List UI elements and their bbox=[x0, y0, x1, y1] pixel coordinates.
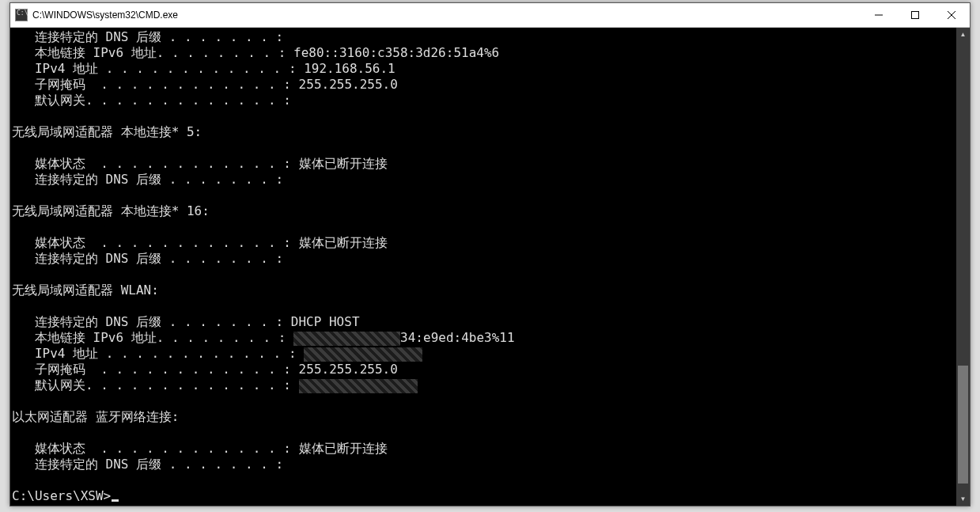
terminal-output[interactable]: 连接特定的 DNS 后缀 . . . . . . . : 本地链接 IPv6 地… bbox=[10, 28, 956, 506]
output-line: 连接特定的 DNS 后缀 . . . . . . . : bbox=[12, 457, 283, 472]
scroll-thumb[interactable] bbox=[958, 366, 968, 483]
output-text: 默认网关. . . . . . . . . . . . . : bbox=[12, 377, 299, 393]
output-line: 子网掩码 . . . . . . . . . . . . : 255.255.2… bbox=[12, 362, 398, 377]
prompt: C:\Users\XSW> bbox=[12, 488, 111, 503]
scroll-down-button[interactable]: ▼ bbox=[956, 492, 970, 506]
redacted-block bbox=[299, 379, 418, 393]
output-line: 无线局域网适配器 本地连接* 16: bbox=[12, 203, 210, 218]
redacted-block bbox=[304, 347, 422, 362]
output-line: 媒体状态 . . . . . . . . . . . . : 媒体已断开连接 bbox=[12, 441, 388, 456]
output-line: 连接特定的 DNS 后缀 . . . . . . . : bbox=[12, 251, 283, 266]
output-line: IPv4 地址 . . . . . . . . . . . . : 192.16… bbox=[12, 61, 395, 76]
output-line: 媒体状态 . . . . . . . . . . . . : 媒体已断开连接 bbox=[12, 235, 388, 250]
output-text: 本地链接 IPv6 地址. . . . . . . . : bbox=[12, 330, 293, 345]
output-line: 默认网关. . . . . . . . . . . . . : bbox=[12, 93, 291, 108]
redacted-block bbox=[293, 332, 400, 346]
output-line: 媒体状态 . . . . . . . . . . . . : 媒体已断开连接 bbox=[12, 156, 388, 171]
vertical-scrollbar[interactable]: ▲ ▼ bbox=[956, 28, 970, 506]
output-line: 默认网关. . . . . . . . . . . . . : bbox=[12, 377, 418, 393]
window-title: C:\WINDOWS\system32\CMD.exe bbox=[32, 9, 861, 21]
output-line: 以太网适配器 蓝牙网络连接: bbox=[12, 409, 179, 424]
output-line: IPv4 地址 . . . . . . . . . . . . : bbox=[12, 346, 422, 361]
output-line: 无线局域网适配器 本地连接* 5: bbox=[12, 124, 202, 139]
output-line: 本地链接 IPv6 地址. . . . . . . . : 34:e9ed:4b… bbox=[12, 330, 515, 345]
scroll-up-button[interactable]: ▲ bbox=[956, 28, 970, 41]
minimize-button[interactable] bbox=[861, 3, 897, 27]
output-line: 连接特定的 DNS 后缀 . . . . . . . : DHCP HOST bbox=[12, 314, 360, 329]
output-line: 连接特定的 DNS 后缀 . . . . . . . : bbox=[12, 172, 283, 187]
maximize-button[interactable] bbox=[897, 3, 933, 27]
output-line: 子网掩码 . . . . . . . . . . . . : 255.255.2… bbox=[12, 77, 398, 92]
output-line: 无线局域网适配器 WLAN: bbox=[12, 283, 159, 298]
output-line: 本地链接 IPv6 地址. . . . . . . . : fe80::3160… bbox=[12, 45, 499, 60]
terminal-area: 连接特定的 DNS 后缀 . . . . . . . : 本地链接 IPv6 地… bbox=[10, 28, 970, 506]
output-text: 34:e9ed:4be3%11 bbox=[400, 330, 515, 345]
close-button[interactable] bbox=[933, 3, 970, 27]
cmd-window: C:\WINDOWS\system32\CMD.exe 连接特定的 DNS 后缀… bbox=[9, 2, 971, 506]
scroll-track[interactable] bbox=[956, 41, 970, 492]
title-bar[interactable]: C:\WINDOWS\system32\CMD.exe bbox=[10, 3, 970, 28]
output-text: IPv4 地址 . . . . . . . . . . . . : bbox=[12, 346, 304, 361]
svg-rect-1 bbox=[912, 12, 919, 19]
output-line: 连接特定的 DNS 后缀 . . . . . . . : bbox=[12, 29, 283, 44]
cursor bbox=[112, 499, 119, 502]
app-icon bbox=[15, 9, 28, 21]
